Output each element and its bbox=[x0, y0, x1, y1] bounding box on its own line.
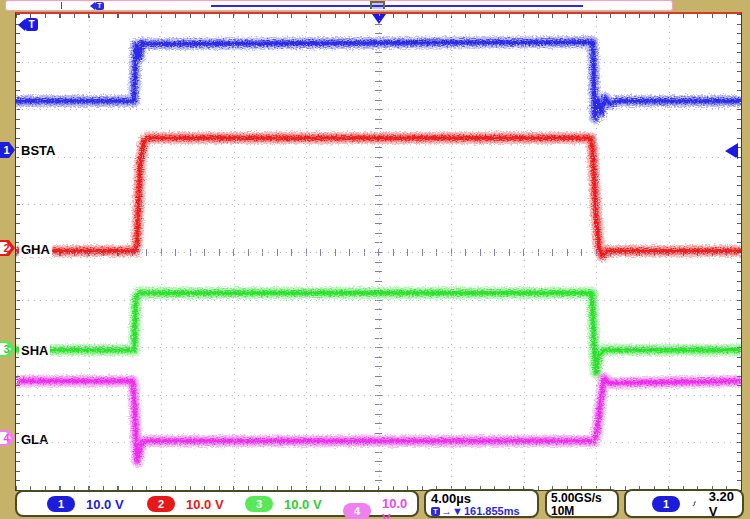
timebase-readout-box[interactable]: 4.00µs T →▼ 161.855ms bbox=[424, 489, 539, 518]
ch2-label: GHA bbox=[19, 242, 52, 257]
ch1-badge[interactable]: 1 bbox=[47, 496, 75, 512]
ch4-label: GLA bbox=[19, 432, 50, 447]
ch1-label: BSTA bbox=[19, 143, 57, 158]
grid-vline bbox=[524, 14, 525, 490]
ch2-scale: 10.0 V bbox=[186, 497, 224, 512]
ch4-badge[interactable]: 4 bbox=[343, 503, 371, 519]
graticule: T BSTAGHASHAGLA bbox=[15, 12, 742, 491]
ch3-scale: 10.0 V bbox=[284, 497, 322, 512]
t-square-icon: T bbox=[431, 507, 440, 516]
record-window-line bbox=[211, 5, 583, 7]
grid-vline bbox=[596, 14, 597, 490]
record-length: 10M points bbox=[551, 505, 613, 519]
ch4-scale: 10.0 V bbox=[382, 496, 417, 519]
record-window-bracket[interactable] bbox=[370, 1, 385, 9]
grid-hline bbox=[16, 395, 741, 396]
arrow-down-icons: →▼ bbox=[441, 505, 463, 517]
ch3-label: SHA bbox=[19, 343, 50, 358]
left-arrow-icon bbox=[18, 19, 25, 31]
record-view-bar[interactable]: T bbox=[5, 0, 673, 11]
trigger-delay-readout: T →▼ 161.855ms bbox=[431, 505, 532, 517]
oscilloscope-screen: T T BSTAGHASHAGLA 1234 bbox=[0, 0, 750, 519]
trigger-level-value: 3.20 V bbox=[709, 489, 734, 519]
trigger-source-badge[interactable]: 1 bbox=[652, 496, 680, 512]
record-tick bbox=[61, 2, 62, 9]
channel-readouts-box[interactable]: 1 10.0 V 2 10.0 V 3 10.0 V 4 10.0 V bbox=[15, 490, 419, 517]
ch2-badge[interactable]: 2 bbox=[147, 496, 175, 512]
ch3-badge[interactable]: 3 bbox=[245, 496, 273, 512]
trigger-delay-value: 161.855ms bbox=[464, 505, 520, 517]
ch2-marker-icon[interactable]: 2 bbox=[0, 240, 15, 256]
rising-edge-icon bbox=[692, 495, 697, 512]
grid-hline bbox=[16, 300, 741, 301]
ch2-readout[interactable]: 2 10.0 V bbox=[147, 496, 224, 512]
ch1-marker-icon[interactable]: 1 bbox=[0, 142, 15, 158]
ch3-readout[interactable]: 3 10.0 V bbox=[245, 496, 322, 512]
ch3-marker-icon[interactable]: 3 bbox=[0, 341, 15, 357]
timebase-scale: 4.00µs bbox=[431, 492, 532, 505]
offscreen-trigger-icon: T bbox=[18, 18, 38, 31]
grid-vline bbox=[451, 14, 452, 490]
acquisition-readout-box[interactable]: 5.00GS/s 10M points bbox=[545, 489, 619, 518]
grid-hline bbox=[16, 347, 741, 348]
record-trigger-t-icon: T bbox=[90, 2, 104, 10]
ch4-marker-icon[interactable]: 4 bbox=[0, 430, 15, 446]
grid-vline bbox=[669, 14, 670, 490]
ch1-scale: 10.0 V bbox=[86, 497, 124, 512]
trigger-readout-box[interactable]: 1 3.20 V bbox=[624, 489, 744, 518]
ch4-readout[interactable]: 4 10.0 V bbox=[343, 496, 417, 519]
ch1-readout[interactable]: 1 10.0 V bbox=[47, 496, 124, 512]
grid-hline bbox=[16, 442, 741, 443]
grid-hline bbox=[16, 252, 741, 253]
